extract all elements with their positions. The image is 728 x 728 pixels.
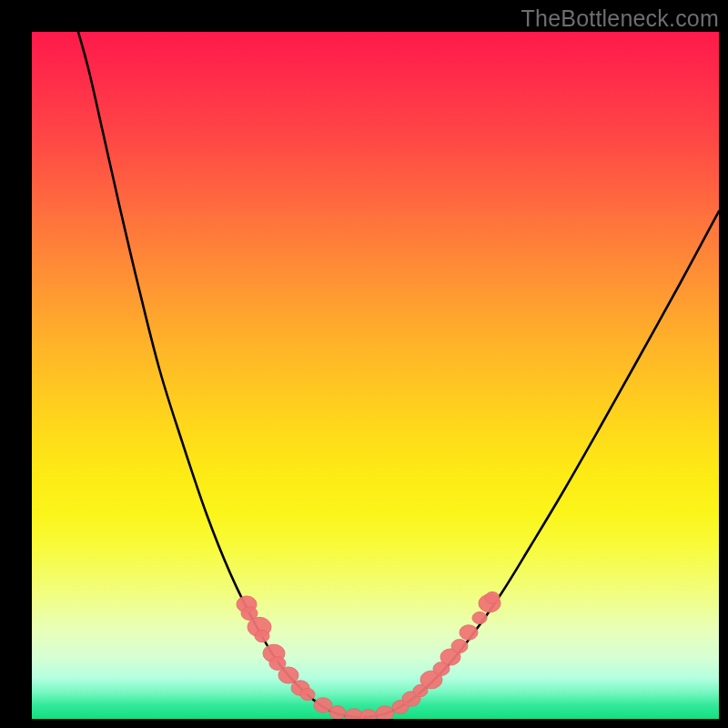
bottleneck-curve xyxy=(76,32,719,717)
marker-dot xyxy=(329,706,346,719)
watermark-text: TheBottleneck.com xyxy=(521,5,719,32)
chart-frame: TheBottleneck.com xyxy=(0,0,728,728)
marker-dot xyxy=(460,625,478,640)
marker-dot xyxy=(376,706,394,719)
marker-dot xyxy=(255,630,269,642)
marker-dot xyxy=(300,688,315,700)
curve-line xyxy=(76,32,719,717)
marker-dot xyxy=(278,667,298,683)
plot-area xyxy=(32,32,719,719)
data-markers xyxy=(237,592,500,719)
marker-dot xyxy=(360,710,377,719)
marker-dot xyxy=(485,592,500,603)
marker-dot xyxy=(472,612,487,623)
marker-dot xyxy=(451,640,468,653)
chart-svg xyxy=(32,32,719,719)
